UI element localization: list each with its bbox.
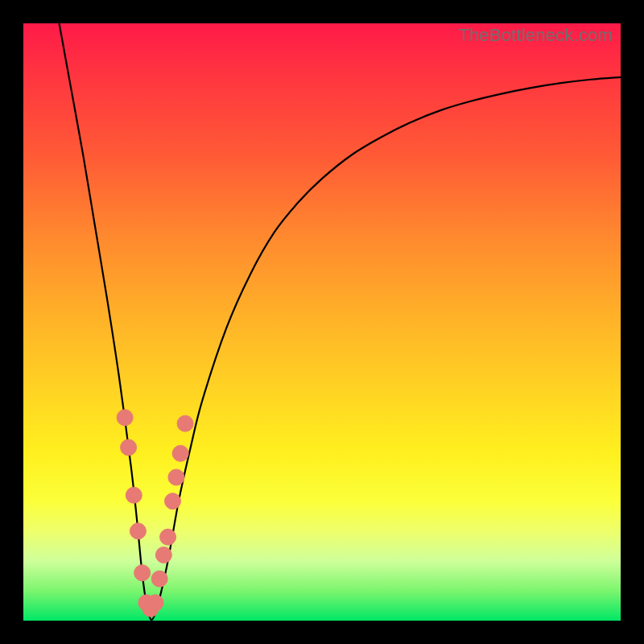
curve-marker (121, 440, 137, 456)
curve-marker (172, 445, 188, 461)
curve-markers (117, 410, 193, 617)
curve-marker (155, 547, 171, 563)
curve-svg (23, 23, 621, 621)
curve-marker (130, 523, 146, 539)
curve-marker (134, 565, 151, 581)
curve-marker (168, 469, 184, 485)
curve-marker (147, 595, 163, 611)
curve-marker (177, 415, 193, 431)
curve-marker (165, 493, 181, 510)
plot-area: TheBottleneck.com (23, 23, 621, 621)
curve-marker (160, 529, 176, 545)
curve-marker (117, 410, 133, 426)
chart-container: TheBottleneck.com (0, 0, 644, 644)
curve-marker (126, 487, 142, 503)
curve-marker (151, 571, 167, 587)
